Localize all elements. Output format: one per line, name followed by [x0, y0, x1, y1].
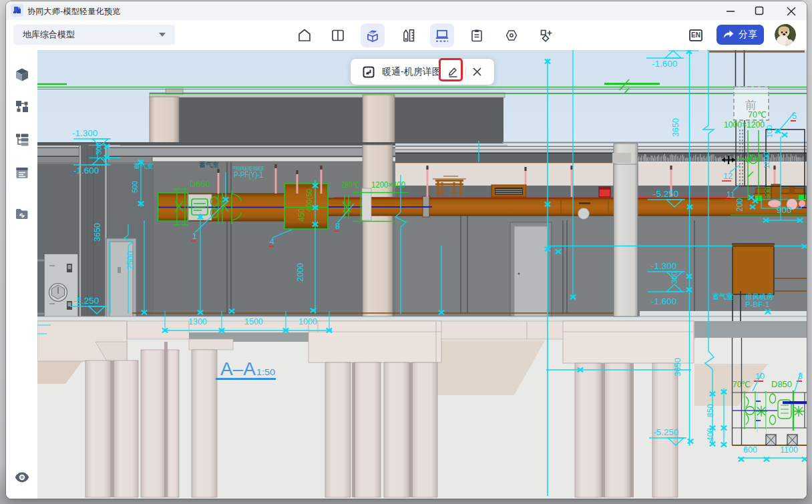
svg-text:-1.300: -1.300 [72, 128, 97, 138]
svg-text:-5.250: -5.250 [73, 296, 99, 306]
svg-text:-1.300: -1.300 [651, 261, 676, 271]
svg-text:4: 4 [270, 237, 274, 246]
svg-text:2000: 2000 [296, 263, 305, 282]
svg-text:850: 850 [706, 404, 715, 417]
svg-text:12: 12 [723, 172, 733, 181]
svg-text:8: 8 [335, 222, 340, 231]
svg-text:300: 300 [764, 187, 772, 199]
svg-text:D850: D850 [771, 379, 792, 389]
svg-text:1000×1200: 1000×1200 [724, 119, 765, 130]
svg-text:280℃: 280℃ [341, 180, 360, 190]
svg-text:1500: 1500 [244, 317, 263, 326]
svg-text:-1.600: -1.600 [652, 59, 677, 69]
svg-text:排风机房: 排风机房 [745, 292, 774, 300]
svg-text:3650: 3650 [93, 223, 102, 242]
svg-text:300: 300 [670, 272, 678, 284]
svg-text:3650: 3650 [671, 118, 680, 137]
svg-text:-1.600: -1.600 [73, 166, 99, 176]
svg-text:2500: 2500 [126, 251, 135, 270]
svg-text:1800: 1800 [763, 152, 771, 169]
svg-text:1100: 1100 [780, 445, 798, 455]
svg-text:1:50: 1:50 [256, 367, 275, 377]
svg-text:D650: D650 [190, 179, 210, 189]
svg-text:600: 600 [743, 445, 757, 455]
svg-text:A–A: A–A [220, 359, 256, 379]
svg-text:3650: 3650 [673, 358, 682, 376]
svg-text:-1.600: -1.600 [651, 296, 676, 306]
svg-text:1: 1 [192, 232, 197, 241]
svg-text:1000: 1000 [298, 317, 317, 326]
svg-text:70℃: 70℃ [748, 110, 767, 119]
svg-text:-5.250: -5.250 [653, 189, 678, 199]
svg-text:蓄气室: 蓄气室 [199, 161, 219, 168]
svg-text:900: 900 [777, 205, 792, 215]
svg-text:100: 100 [765, 125, 773, 138]
svg-text:蓄气室: 蓄气室 [134, 162, 154, 170]
svg-text:200: 200 [735, 198, 745, 212]
svg-text:11: 11 [727, 190, 735, 200]
svg-text:400: 400 [706, 428, 715, 441]
svg-text:蓄气室: 蓄气室 [713, 292, 734, 300]
svg-text:-5.250: -5.250 [653, 427, 678, 437]
svg-text:400(50: 400(50 [305, 189, 313, 212]
svg-text:P-PF(Y)-1: P-PF(Y)-1 [234, 170, 263, 180]
svg-text:500: 500 [131, 181, 139, 193]
svg-text:1300: 1300 [188, 317, 207, 326]
svg-text:P-BF-1: P-BF-1 [745, 300, 769, 308]
svg-text:1200×400: 1200×400 [371, 180, 405, 190]
svg-text:300: 300 [95, 143, 103, 155]
